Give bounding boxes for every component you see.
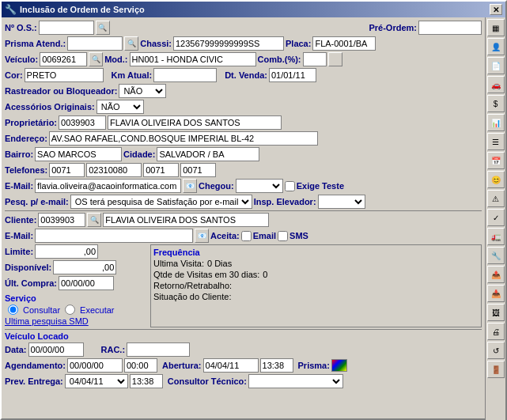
veiculo-label: Veículo:: [5, 55, 38, 64]
toolbar-truck-btn[interactable]: 🚛: [487, 228, 505, 245]
toolbar-person-btn[interactable]: 👤: [487, 38, 505, 55]
executar-radio[interactable]: [65, 305, 75, 315]
aceita-sms-check[interactable]: [278, 231, 288, 241]
toolbar-page-btn[interactable]: 📄: [487, 57, 505, 74]
chegou-select[interactable]: [236, 179, 283, 193]
toolbar-import-btn[interactable]: 📥: [487, 285, 505, 302]
servico-section-label: Serviço: [5, 293, 36, 303]
exige-teste-check[interactable]: [285, 181, 295, 191]
prisma-atend-input[interactable]: [67, 36, 123, 51]
rastreador-select[interactable]: NÃO SIM: [119, 84, 166, 98]
veiculo-code-input[interactable]: [40, 52, 87, 66]
tel1-input[interactable]: [49, 163, 85, 177]
pre-ordem-input[interactable]: [418, 21, 482, 35]
dt-venda-input[interactable]: [269, 68, 316, 82]
tel2-input[interactable]: [86, 163, 142, 177]
ultima-pesquisa-link[interactable]: Ultima pesquisa SMD: [5, 316, 89, 326]
consultor-select[interactable]: [248, 374, 343, 388]
toolbar-export-btn[interactable]: 📤: [487, 266, 505, 283]
prisma-atend-label: Prisma Atend.:: [5, 39, 66, 48]
data-label: Data:: [5, 345, 27, 354]
toolbar-exit-btn[interactable]: 🚪: [487, 361, 505, 378]
aceita-email-check[interactable]: [241, 231, 252, 241]
toolbar-grid-btn[interactable]: ▦: [487, 19, 505, 36]
toolbar-photo-btn[interactable]: 🖼: [487, 304, 505, 321]
toolbar-warning-btn[interactable]: ⚠: [487, 190, 505, 207]
mod-input[interactable]: [130, 52, 256, 66]
chassi-input[interactable]: [173, 36, 284, 51]
toolbar-chart-btn[interactable]: 📊: [487, 114, 505, 131]
rac-input[interactable]: [127, 342, 190, 357]
toolbar-check-btn[interactable]: ✓: [487, 209, 505, 226]
consultar-radio[interactable]: [8, 305, 18, 315]
toolbar-dollar-btn[interactable]: $: [487, 95, 505, 112]
ultima-visita-label: Ultima Visita:: [153, 259, 204, 268]
ult-compra-input[interactable]: [59, 276, 114, 290]
toolbar-car-btn[interactable]: 🚗: [487, 76, 505, 93]
email-btn[interactable]: 📧: [183, 179, 197, 193]
cliente-btn[interactable]: 🔍: [87, 213, 101, 227]
veiculo-btn[interactable]: 🔍: [89, 52, 103, 66]
abertura-time[interactable]: [260, 358, 293, 373]
toolbar-list-btn[interactable]: ☰: [487, 133, 505, 150]
disponivel-label: Disponível:: [5, 263, 51, 272]
endereco-input[interactable]: [49, 131, 318, 146]
close-button[interactable]: ✕: [490, 4, 502, 15]
prev-entrega-date-select[interactable]: 04/04/11: [65, 374, 128, 388]
comb-input[interactable]: [303, 52, 327, 66]
prisma-atend-btn[interactable]: 🔍: [124, 36, 138, 51]
km-label: Km Atual:: [112, 70, 153, 80]
chassi-label: Chassi:: [140, 39, 172, 48]
email-input[interactable]: [35, 179, 181, 193]
rac-label: RAC.:: [101, 345, 126, 354]
main-window: 🔧 Inclusão de Ordem de Serviço ✕ Nº O.S.…: [0, 0, 507, 420]
cidade-label: Cidade:: [123, 149, 155, 159]
tel3-input[interactable]: [143, 163, 179, 177]
bairro-label: Bairro:: [5, 149, 33, 159]
pesq-email-select[interactable]: OS terá pesquisa de Satisfação por e-mai…: [70, 195, 252, 209]
km-input[interactable]: [153, 68, 217, 82]
acessorios-select[interactable]: NÃO SIM: [96, 100, 144, 114]
aceita-label: Aceita:: [210, 231, 240, 240]
right-toolbar: ▦ 👤 📄 🚗 $ 📊 ☰ 📅 😊 ⚠ ✓ 🚛 🔧 📤 📥 🖼 🖨 ↺ 🚪: [485, 17, 505, 420]
prev-entrega-label: Prev. Entrega:: [5, 376, 63, 386]
toolbar-print-btn[interactable]: 🖨: [487, 323, 505, 340]
veiculo-locado-label: Veículo Locado: [5, 331, 69, 341]
proprietario-code[interactable]: [59, 115, 106, 130]
cliente-nome[interactable]: [103, 213, 269, 227]
cor-input[interactable]: [25, 68, 104, 82]
placa-input[interactable]: [312, 36, 376, 51]
cliente-email-input[interactable]: [35, 229, 193, 243]
agendamento-time[interactable]: [124, 358, 157, 373]
rastreador-label: Rastreador ou Bloqueador:: [5, 86, 117, 96]
prev-entrega-time[interactable]: [130, 374, 163, 388]
os-input[interactable]: [39, 21, 94, 35]
toolbar-calendar-btn[interactable]: 📅: [487, 152, 505, 169]
form-panel: Nº O.S.: 🔍 Pré-Ordem: Prisma Atend.: 🔍 C…: [2, 17, 485, 420]
prisma-color-btn[interactable]: [331, 359, 347, 372]
cor-label: Cor:: [5, 70, 23, 80]
agendamento-date[interactable]: [67, 358, 123, 373]
os-search-btn[interactable]: 🔍: [96, 21, 110, 35]
cidade-input[interactable]: [157, 147, 259, 161]
comb-btn[interactable]: [328, 52, 342, 66]
cliente-code[interactable]: [38, 213, 85, 227]
tel4-input[interactable]: [180, 163, 216, 177]
limite-input[interactable]: [35, 244, 98, 259]
toolbar-smiley-btn[interactable]: 😊: [487, 171, 505, 188]
qtde-visitas-value: 0: [263, 270, 267, 279]
disponivel-input[interactable]: [53, 260, 116, 274]
proprietario-nome[interactable]: [108, 115, 282, 130]
bairro-input[interactable]: [35, 147, 122, 161]
cliente-label: Cliente:: [5, 215, 36, 225]
cliente-email-btn[interactable]: 📧: [195, 229, 209, 243]
insp-elevador-label: Insp. Elevador:: [254, 197, 316, 206]
abertura-date[interactable]: [203, 358, 259, 373]
toolbar-wrench-btn[interactable]: 🔧: [487, 247, 505, 264]
toolbar-refresh-btn[interactable]: ↺: [487, 342, 505, 359]
data-input[interactable]: [28, 342, 84, 357]
insp-elevador-select[interactable]: [318, 195, 365, 209]
executar-label: Executar: [80, 305, 114, 315]
frequencia-label: Frequência: [153, 248, 200, 257]
email-check-label: Email: [253, 231, 276, 240]
